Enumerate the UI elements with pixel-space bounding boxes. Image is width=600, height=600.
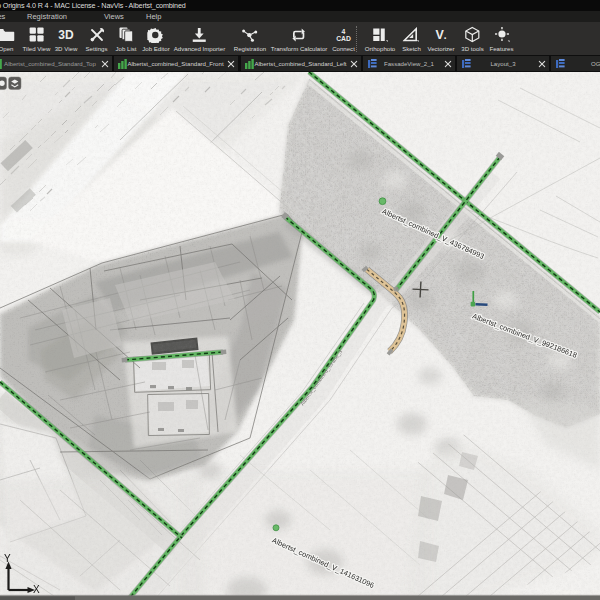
svg-text:Y: Y [4, 553, 11, 564]
svg-text:X: X [33, 584, 40, 595]
